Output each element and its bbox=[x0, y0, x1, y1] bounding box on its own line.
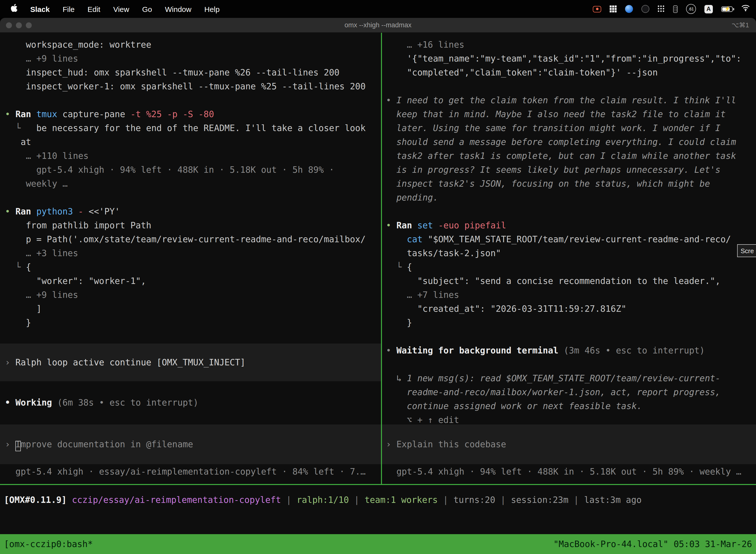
wifi-icon[interactable] bbox=[741, 4, 750, 13]
output-line: "subject": "send a concise recommendatio… bbox=[386, 274, 756, 288]
team-workers: team:1 workers bbox=[365, 495, 438, 505]
dark-orb-app-icon[interactable] bbox=[641, 5, 649, 13]
output-text: { bbox=[407, 262, 412, 272]
blue-orb-app-icon[interactable] bbox=[625, 5, 633, 13]
collapsed-lines-indicator: … +9 lines bbox=[5, 52, 381, 65]
input-source-icon[interactable]: A bbox=[704, 5, 713, 13]
last-activity: last:3m ago bbox=[584, 495, 642, 505]
output-line: └ { bbox=[386, 260, 756, 274]
assistant-thought: • I need to get the claim token from the… bbox=[386, 93, 756, 205]
command-name: python3 bbox=[36, 207, 73, 216]
terminal-body: workspace_mode: worktree … +9 lines insp… bbox=[0, 33, 756, 554]
ran-set-line: • Ran set -euo pipefail bbox=[386, 218, 756, 232]
blank-line bbox=[386, 205, 756, 218]
working-label: Working bbox=[15, 398, 52, 407]
mailbox-message-line: readme-and-reco/mailbox/worker-1.json, a… bbox=[386, 385, 756, 399]
prompt-input-left[interactable]: › Improve documentation in @filename bbox=[0, 425, 381, 464]
output-line: } bbox=[386, 316, 756, 330]
output-line: at bbox=[5, 135, 381, 149]
bullet-icon: • bbox=[386, 345, 396, 355]
output-line: "worker": "worker-1", bbox=[5, 274, 381, 288]
blank-line bbox=[386, 79, 756, 93]
command-args: -t %25 -p -S -80 bbox=[130, 109, 214, 119]
omx-session-status: [OMX#0.11.9]cczip/essay/ai-reimplementat… bbox=[4, 493, 642, 507]
apple-menu-icon[interactable] bbox=[11, 4, 17, 14]
prompt-chevron-icon: › bbox=[386, 439, 396, 449]
output-connector-icon: └ bbox=[5, 262, 26, 272]
tmux-pane-right[interactable]: … +16 lines '{"team_name":"my-team","tas… bbox=[382, 33, 756, 484]
collapsed-lines-indicator: … +3 lines bbox=[5, 246, 381, 260]
injected-command-text: Ralph loop active continue [OMX_TMUX_INJ… bbox=[15, 357, 245, 367]
collapsed-lines-indicator: … +9 lines bbox=[5, 288, 381, 302]
menu-item-view[interactable]: View bbox=[113, 5, 129, 13]
menu-bar-left: Slack File Edit View Go Window Help bbox=[0, 4, 219, 14]
battery-monitor-ring-icon[interactable]: .61 bbox=[686, 4, 696, 14]
code-line: from pathlib import Path bbox=[5, 218, 381, 232]
command-name: set bbox=[417, 220, 438, 230]
ran-python-line: • Ran python3 - <<'PY' bbox=[5, 205, 381, 218]
menu-bar-status-area: .61 A ⚡ bbox=[593, 4, 756, 14]
working-status-line: • Working (6m 38s • esc to interrupt) bbox=[5, 396, 198, 409]
bullet-icon: • bbox=[5, 109, 15, 119]
menu-item-edit[interactable]: Edit bbox=[87, 5, 101, 13]
active-app-menu[interactable]: Slack bbox=[30, 5, 50, 13]
menu-item-help[interactable]: Help bbox=[204, 5, 220, 13]
screen: Slack File Edit View Go Window Help .61 … bbox=[0, 0, 756, 554]
code-line: p = Path('.omx/state/team/review-current… bbox=[5, 232, 381, 246]
output-text: be necessary for the end of the README. … bbox=[36, 123, 366, 133]
separator: | bbox=[568, 495, 584, 505]
prompt-placeholder: Explain this codebase bbox=[396, 439, 506, 449]
injected-command-bar[interactable]: › Ralph loop active continue [OMX_TMUX_I… bbox=[0, 343, 381, 381]
grid-app-icon[interactable] bbox=[610, 5, 617, 12]
ralph-counter: ralph:1/10 bbox=[297, 495, 349, 505]
pane-footer-right: gpt-5.4 xhigh · 94% left · 488K in · 5.1… bbox=[386, 465, 741, 479]
tmux-pane-divider-horizontal bbox=[0, 484, 756, 485]
session-duration: session:23m bbox=[511, 495, 568, 505]
prompt-chevron-icon: › bbox=[5, 439, 15, 449]
tmux-pane-left[interactable]: workspace_mode: worktree … +9 lines insp… bbox=[0, 33, 381, 484]
bullet-icon: • bbox=[5, 207, 15, 216]
zoom-button[interactable] bbox=[26, 22, 32, 28]
waiting-meta: (3m 46s • esc to interrupt) bbox=[558, 345, 705, 355]
turns-counter: turns:20 bbox=[453, 495, 495, 505]
cat-command-line: tasks/task-2.json" bbox=[386, 246, 756, 260]
json-arg-line: "completed","claim_token":"claim-token"}… bbox=[386, 65, 756, 79]
dots-grid-icon[interactable] bbox=[658, 5, 665, 12]
close-button[interactable] bbox=[6, 22, 12, 28]
bullet-icon: • bbox=[386, 93, 396, 205]
blank-line bbox=[5, 190, 381, 205]
prompt-input-right[interactable]: › Explain this codebase bbox=[382, 425, 756, 464]
ran-label: Ran bbox=[15, 109, 36, 119]
ran-label: Ran bbox=[15, 207, 36, 216]
blank-line bbox=[386, 330, 756, 343]
minimize-button[interactable] bbox=[16, 22, 22, 28]
output-connector-icon: └ bbox=[5, 123, 36, 133]
blank-line bbox=[386, 357, 756, 371]
tmux-window-list[interactable]: [omx-cczip0:bash* bbox=[4, 539, 93, 549]
screen-recording-indicator-icon[interactable] bbox=[593, 6, 601, 12]
captured-status-line: gpt-5.4 xhigh · 94% left · 488K in · 5.1… bbox=[5, 163, 381, 177]
menu-item-window[interactable]: Window bbox=[165, 5, 191, 13]
separator: | bbox=[281, 495, 297, 505]
tmux-status-bar: [omx-cczip0:bash* "MacBook-Pro-44.local"… bbox=[0, 534, 756, 554]
text-cursor bbox=[15, 441, 20, 451]
charging-bolt-icon: ⚡ bbox=[724, 6, 731, 11]
command-args: -euo pipefail bbox=[438, 220, 506, 230]
output-line: } bbox=[5, 316, 381, 330]
heredoc-marker: <<'PY' bbox=[88, 207, 120, 216]
ran-label: Ran bbox=[396, 220, 417, 230]
phone-keypad-icon[interactable] bbox=[673, 5, 678, 13]
mailbox-message-line: continue assigned work or next feasible … bbox=[386, 399, 756, 413]
command-body: capture-pane bbox=[57, 109, 130, 119]
menu-item-file[interactable]: File bbox=[63, 5, 74, 13]
waiting-label: Waiting for background terminal bbox=[396, 345, 558, 355]
output-line: "created_at": "2026-03-31T11:59:27.816Z" bbox=[386, 302, 756, 316]
blank-line bbox=[5, 93, 381, 107]
mailbox-message-line: ↳ 1 new msg(s): read $OMX_TEAM_STATE_ROO… bbox=[386, 371, 756, 385]
menu-item-go[interactable]: Go bbox=[142, 5, 152, 13]
bullet-icon: • bbox=[5, 398, 15, 407]
battery-icon[interactable]: ⚡ bbox=[721, 6, 733, 12]
captured-status-line: weekly … bbox=[5, 177, 381, 190]
hud-line: inspect_hud: omx sparkshell --tmux-pane … bbox=[5, 65, 381, 79]
bullet-icon: • bbox=[386, 220, 396, 230]
